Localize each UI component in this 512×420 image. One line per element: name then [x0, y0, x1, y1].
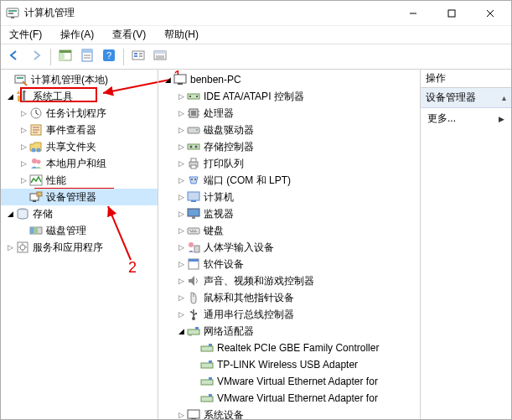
chevron-right-icon[interactable]: ▷	[175, 241, 187, 253]
tree-task-scheduler[interactable]: ▷ 任务计划程序	[1, 105, 158, 122]
device-nic-realtek[interactable]: ▷ Realtek PCIe GBE Family Controller	[158, 340, 420, 356]
device-label: Realtek PCIe GBE Family Controller	[217, 342, 379, 354]
chevron-down-icon[interactable]: ◢	[4, 91, 16, 102]
chevron-down-icon[interactable]: ◢	[162, 74, 173, 86]
chevron-right-icon[interactable]: ▷	[18, 107, 29, 119]
device-ports[interactable]: ▷ 端口 (COM 和 LPT)	[158, 172, 420, 189]
tree-system-tools[interactable]: ◢ 系统工具	[1, 88, 158, 105]
chevron-right-icon[interactable]: ▷	[175, 191, 187, 203]
svg-rect-80	[192, 230, 194, 231]
device-label: 端口 (COM 和 LPT)	[204, 174, 291, 188]
chevron-right-icon[interactable]: ▷	[175, 158, 187, 169]
view-devices-button[interactable]	[128, 47, 148, 67]
device-ide[interactable]: ▷ IDE ATA/ATAPI 控制器	[158, 88, 420, 105]
actions-more-label: 更多...	[427, 111, 456, 126]
menu-action[interactable]: 操作(A)	[57, 26, 97, 44]
tree-disk-management[interactable]: ▷ 磁盘管理	[1, 222, 158, 239]
menu-file[interactable]: 文件(F)	[6, 26, 45, 44]
device-view-icon	[132, 49, 145, 65]
tree-services-apps[interactable]: ▷ 服务和应用程序	[1, 239, 158, 256]
device-nic-vmware2[interactable]: ▷ VMware Virtual Ethernet Adapter for	[158, 390, 420, 407]
device-nic-vmware1[interactable]: ▷ VMware Virtual Ethernet Adapter for	[158, 373, 420, 390]
back-button[interactable]	[4, 47, 24, 67]
svg-rect-21	[139, 55, 142, 57]
console-tree-pane[interactable]: ▶ 计算机管理(本地) ◢ 系统工具 ▷ 任务计划程序 ▷ 事件查看器 ▷ 共享…	[1, 70, 158, 419]
chevron-right-icon[interactable]: ▷	[175, 309, 187, 320]
device-usb-controller[interactable]: ▷ 通用串行总线控制器	[158, 306, 420, 323]
device-software[interactable]: ▷ 软件设备	[158, 256, 420, 272]
chevron-right-icon[interactable]: ▷	[175, 174, 187, 186]
chevron-right-icon[interactable]: ▷	[4, 241, 16, 253]
tree-root-computer-management[interactable]: ▶ 计算机管理(本地)	[1, 71, 158, 88]
chevron-right-icon[interactable]: ▷	[175, 141, 187, 153]
chevron-right-icon[interactable]: ▷	[175, 124, 187, 136]
device-sound[interactable]: ▷ 声音、视频和游戏控制器	[158, 272, 420, 289]
toolbar-separator	[50, 49, 51, 65]
device-print-queue[interactable]: ▷ 打印队列	[158, 155, 420, 172]
device-system-devices[interactable]: ▷ 系统设备	[158, 407, 420, 419]
minimize-button[interactable]	[394, 1, 432, 26]
toolbar: ?	[1, 44, 511, 70]
properties-button[interactable]	[77, 47, 97, 67]
tree-device-manager[interactable]: ▷ 设备管理器	[1, 189, 158, 205]
storage-icon	[16, 207, 29, 220]
device-hid[interactable]: ▷ 人体学输入设备	[158, 239, 420, 256]
chevron-right-icon[interactable]: ▷	[175, 107, 187, 119]
mouse-icon	[187, 291, 200, 304]
device-computer[interactable]: ▷ 计算机	[158, 189, 420, 205]
device-mouse[interactable]: ▷ 鼠标和其他指针设备	[158, 289, 420, 306]
forward-button[interactable]	[26, 47, 46, 67]
chevron-right-icon[interactable]: ▷	[18, 141, 29, 153]
svg-rect-30	[18, 96, 20, 101]
chevron-right-icon[interactable]: ▷	[175, 258, 187, 270]
tree-label: 服务和应用程序	[33, 241, 103, 255]
svg-rect-31	[23, 91, 25, 101]
help-button[interactable]: ?	[99, 47, 119, 67]
menu-help[interactable]: 帮助(H)	[161, 26, 202, 44]
close-button[interactable]	[471, 1, 509, 26]
device-disk-drive[interactable]: ▷ 磁盘驱动器	[158, 122, 420, 138]
device-storage-controller[interactable]: ▷ 存储控制器	[158, 138, 420, 155]
hid-icon	[187, 241, 200, 254]
chevron-right-icon[interactable]: ▷	[175, 292, 187, 303]
chevron-right-icon[interactable]: ▷	[175, 225, 187, 236]
chevron-right-icon[interactable]: ▷	[175, 275, 187, 287]
actions-section-title[interactable]: 设备管理器 ▴	[421, 88, 511, 108]
svg-point-39	[32, 148, 36, 153]
system-tools-icon	[16, 90, 29, 103]
actions-pane: 操作 设备管理器 ▴ 更多... ▶	[421, 70, 511, 419]
svg-rect-99	[209, 360, 212, 363]
device-keyboard[interactable]: ▷ 键盘	[158, 222, 420, 239]
chevron-down-icon[interactable]: ◢	[175, 325, 187, 337]
device-monitor[interactable]: ▷ 监视器	[158, 205, 420, 222]
view-resources-button[interactable]	[150, 47, 170, 67]
chevron-right-icon[interactable]: ▷	[18, 124, 29, 136]
tree-event-viewer[interactable]: ▷ 事件查看器	[1, 122, 158, 138]
chevron-right-icon[interactable]: ▷	[175, 208, 187, 220]
tree-storage[interactable]: ◢ 存储	[1, 205, 158, 222]
titlebar: 计算机管理	[1, 1, 511, 26]
storage-controller-icon	[187, 140, 200, 153]
device-tree-pane[interactable]: ◢ benben-PC ▷ IDE ATA/ATAPI 控制器 ▷ 处理器 ▷ …	[158, 70, 421, 419]
actions-more[interactable]: 更多... ▶	[421, 108, 511, 129]
show-hide-tree-button[interactable]	[55, 47, 75, 67]
chevron-down-icon[interactable]: ◢	[4, 208, 16, 220]
tree-shared-folders[interactable]: ▷ 共享文件夹	[1, 138, 158, 155]
chevron-right-icon[interactable]: ▷	[18, 174, 29, 186]
tree-performance[interactable]: ▷ 性能	[1, 172, 158, 189]
chevron-right-icon[interactable]: ▷	[18, 158, 29, 169]
chevron-right-icon[interactable]: ▷	[175, 409, 187, 419]
device-root[interactable]: ◢ benben-PC	[158, 71, 420, 88]
device-nic-tplink[interactable]: ▷ TP-LINK Wireless USB Adapter	[158, 356, 420, 373]
tree-local-users[interactable]: ▷ 本地用户和组	[1, 155, 158, 172]
svg-rect-74	[188, 192, 199, 200]
svg-rect-101	[209, 377, 212, 380]
device-cpu[interactable]: ▷ 处理器	[158, 105, 420, 122]
chevron-right-icon[interactable]: ▷	[175, 91, 187, 102]
tree-label: 任务计划程序	[46, 106, 106, 121]
device-network-adapters[interactable]: ◢ 网络适配器	[158, 323, 420, 340]
svg-text:?: ?	[106, 50, 111, 60]
menu-view[interactable]: 查看(V)	[109, 26, 149, 44]
svg-rect-105	[191, 418, 196, 419]
maximize-button[interactable]	[432, 1, 471, 26]
